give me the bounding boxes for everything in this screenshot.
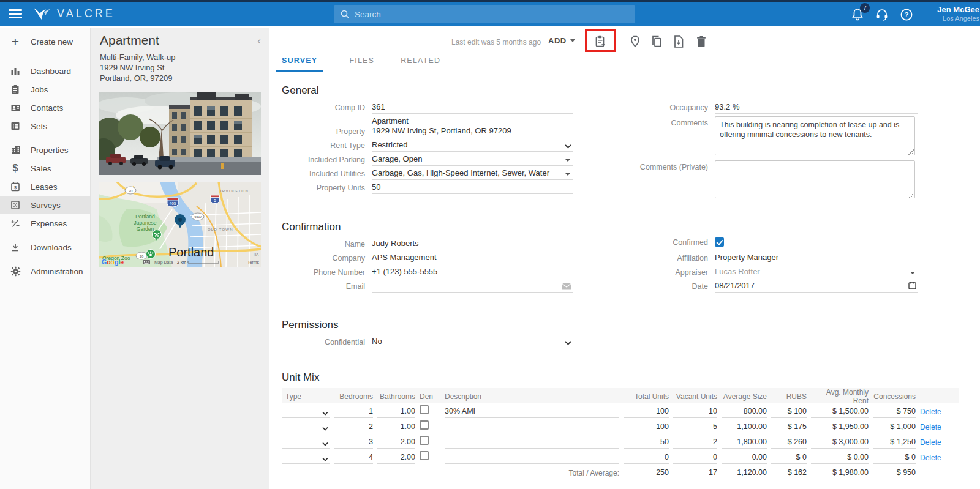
- type-select[interactable]: [282, 438, 330, 449]
- description-input[interactable]: [445, 453, 619, 464]
- rubs-input[interactable]: $ 100: [771, 407, 807, 418]
- sidebar-item-properties[interactable]: Properties: [0, 141, 90, 159]
- property-photo[interactable]: [99, 92, 261, 175]
- search-input[interactable]: [355, 10, 629, 19]
- den-checkbox[interactable]: [420, 405, 429, 414]
- date-input[interactable]: 08/21/2017: [715, 281, 918, 293]
- name-input[interactable]: Judy Roberts: [372, 239, 573, 250]
- sidebar-item-expenses[interactable]: Expenses: [0, 214, 90, 233]
- brand-logo[interactable]: VALCRE: [32, 6, 115, 21]
- map-terms-label[interactable]: Terms: [247, 260, 260, 264]
- concessions-input[interactable]: $ 0: [873, 453, 916, 464]
- total-units-input[interactable]: 50: [624, 438, 669, 449]
- copy-icon[interactable]: [649, 34, 664, 49]
- comp-id-input[interactable]: 361: [372, 102, 573, 114]
- sidebar-item-create-new[interactable]: + Create new: [0, 32, 90, 51]
- location-map[interactable]: 405 5 30 99W 26 IRVINGTON Portland Japan…: [99, 182, 261, 267]
- included-parking-select[interactable]: Garage, Open: [372, 154, 573, 166]
- type-select[interactable]: [282, 407, 330, 418]
- sidebar-item-dashboard[interactable]: Dashboard: [0, 62, 90, 80]
- type-select[interactable]: [282, 453, 330, 464]
- map-pin-icon[interactable]: [628, 34, 643, 49]
- bathrooms-input[interactable]: 2.00: [377, 438, 415, 449]
- total-units-input[interactable]: 100: [624, 422, 669, 433]
- avg-monthly-rent-input[interactable]: $ 0.00: [811, 453, 869, 464]
- den-checkbox[interactable]: [420, 436, 429, 445]
- bathrooms-input[interactable]: 1.00: [377, 407, 415, 418]
- total-units-input[interactable]: 100: [624, 407, 669, 418]
- delete-trash-icon[interactable]: [694, 34, 709, 49]
- property-link-line2[interactable]: 1929 NW Irving St, Portland, OR 97209: [372, 126, 573, 136]
- export-file-icon[interactable]: [671, 34, 686, 49]
- avg-monthly-rent-input[interactable]: $ 1,950.00: [811, 422, 869, 433]
- sidebar-item-jobs[interactable]: Jobs: [0, 80, 90, 99]
- bathrooms-input[interactable]: 1.00: [377, 422, 415, 433]
- delete-row-link[interactable]: Delete: [920, 408, 948, 418]
- concessions-input[interactable]: $ 750: [873, 407, 916, 418]
- delete-row-link[interactable]: Delete: [920, 423, 948, 433]
- tab-survey[interactable]: SURVEY: [276, 56, 323, 72]
- property-link-line1[interactable]: Apartment: [372, 116, 573, 126]
- comments-textarea[interactable]: This building is nearing completion of l…: [715, 116, 915, 155]
- den-checkbox[interactable]: [420, 420, 429, 430]
- concessions-input[interactable]: $ 1,000: [873, 422, 916, 433]
- confirmed-checkbox[interactable]: [715, 237, 724, 247]
- sidebar-item-leases[interactable]: $ Leases: [0, 177, 90, 196]
- rubs-input[interactable]: $ 175: [771, 422, 807, 433]
- bedrooms-input[interactable]: 4: [334, 453, 373, 464]
- sidebar-item-sets[interactable]: Sets: [0, 117, 90, 135]
- average-size-input[interactable]: 1,100.00: [722, 422, 767, 433]
- total-units-input[interactable]: 0: [624, 453, 669, 464]
- sidebar-item-administration[interactable]: Administration: [0, 262, 90, 280]
- appraiser-select[interactable]: Lucas Rotter: [715, 267, 918, 278]
- user-menu[interactable]: Jen McGee Los Angeles: [937, 5, 979, 23]
- bedrooms-input[interactable]: 2: [334, 422, 373, 433]
- sidebar-item-sales[interactable]: $ Sales: [0, 159, 90, 177]
- comments-private-textarea[interactable]: [715, 160, 915, 198]
- confidential-select[interactable]: No: [372, 337, 573, 348]
- average-size-input[interactable]: 1,800.00: [722, 438, 767, 449]
- rent-type-select[interactable]: Restricted: [372, 140, 573, 152]
- add-button[interactable]: ADD: [548, 36, 575, 45]
- resize-handle-icon[interactable]: [908, 149, 914, 155]
- search-box[interactable]: [334, 5, 635, 23]
- sidebar-item-surveys[interactable]: Surveys: [0, 196, 90, 214]
- rubs-input[interactable]: $ 0: [771, 453, 807, 464]
- help-icon[interactable]: ?: [899, 7, 914, 22]
- affiliation-input[interactable]: Property Manager: [715, 253, 918, 264]
- property-units-input[interactable]: 50: [372, 182, 573, 194]
- description-input[interactable]: [445, 422, 619, 433]
- type-select[interactable]: [282, 422, 330, 433]
- concessions-input[interactable]: $ 1,250: [873, 438, 916, 449]
- description-input[interactable]: [445, 438, 619, 449]
- bedrooms-input[interactable]: 3: [334, 438, 373, 449]
- vacant-units-input[interactable]: 2: [673, 438, 717, 449]
- company-input[interactable]: APS Management: [372, 253, 573, 264]
- sidebar-item-contacts[interactable]: Contacts: [0, 99, 90, 117]
- occupancy-input[interactable]: 93.2 %: [715, 102, 918, 114]
- vacant-units-input[interactable]: 0: [673, 453, 717, 464]
- sidebar-item-downloads[interactable]: Downloads: [0, 238, 90, 256]
- avg-monthly-rent-input[interactable]: $ 3,000.00: [811, 438, 869, 449]
- den-checkbox[interactable]: [420, 451, 429, 460]
- rubs-input[interactable]: $ 260: [771, 438, 807, 449]
- vacant-units-input[interactable]: 5: [673, 422, 717, 433]
- bathrooms-input[interactable]: 2.00: [377, 453, 415, 464]
- support-headset-icon[interactable]: [875, 7, 889, 22]
- tab-related[interactable]: RELATED: [401, 56, 440, 72]
- tab-files[interactable]: FILES: [349, 56, 374, 72]
- avg-monthly-rent-input[interactable]: $ 1,500.00: [811, 407, 869, 418]
- vacant-units-input[interactable]: 10: [673, 407, 717, 418]
- delete-row-link[interactable]: Delete: [920, 438, 948, 449]
- email-input[interactable]: [372, 281, 573, 293]
- delete-row-link[interactable]: Delete: [920, 454, 948, 464]
- description-input[interactable]: 30% AMI: [445, 407, 619, 418]
- menu-icon[interactable]: [9, 9, 22, 19]
- average-size-input[interactable]: 800.00: [722, 407, 767, 418]
- collapse-panel-icon[interactable]: ‹: [257, 35, 261, 47]
- average-size-input[interactable]: 0.00: [722, 453, 767, 464]
- resize-handle-icon[interactable]: [908, 192, 914, 198]
- bedrooms-input[interactable]: 1: [334, 407, 373, 418]
- included-utilities-select[interactable]: Garbage, Gas, High-Speed Internet, Sewer…: [372, 168, 573, 180]
- phone-input[interactable]: +1 (123) 555-5555: [372, 267, 573, 278]
